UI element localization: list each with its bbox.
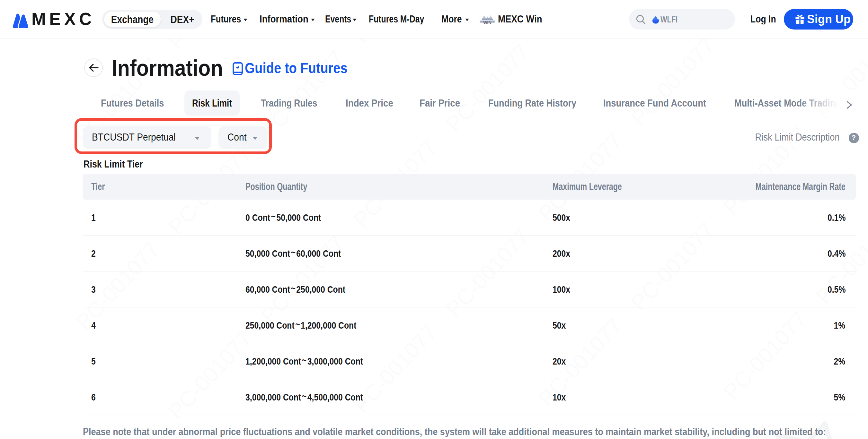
svg-text:WIN: WIN	[483, 20, 492, 25]
svg-text:PC-001077: PC-001077	[441, 39, 534, 136]
